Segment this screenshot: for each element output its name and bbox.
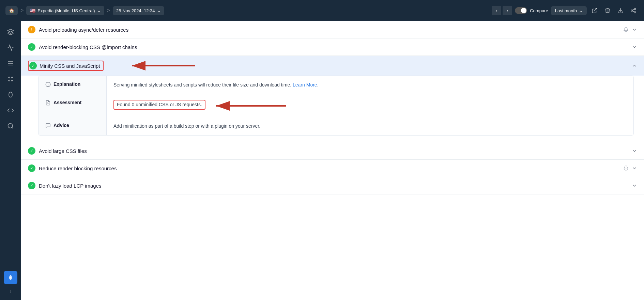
sidebar-expand-button[interactable]: › [4,286,17,296]
audit-item-minify: ✓ Minify CSS and JavaScript [21,56,644,142]
audit-controls-preload [623,27,637,33]
assessment-icon [45,100,51,107]
audit-header-large-css[interactable]: ✓ Avoid large CSS files [21,142,644,159]
svg-line-16 [12,127,13,129]
red-arrow-minify [127,59,195,73]
audit-title-render-blocking-css: Avoid render-blocking CSS @import chains [39,44,628,50]
home-icon: 🏠 [9,8,14,13]
sidebar-item-rocket[interactable] [4,271,17,284]
sidebar-item-layers[interactable] [4,25,17,39]
audit-header-preload[interactable]: ! Avoid preloading async/defer resources [21,21,644,38]
chevron-down-icon-preload [632,27,637,32]
date-selector-button[interactable]: 25 Nov 2024, 12:34 ⌄ [113,6,164,15]
site-flag-icon: 🇺🇸 [30,8,35,13]
toggle-knob [521,8,526,13]
audit-title-render-blocking: Reduce render blocking resources [39,165,619,171]
learn-more-period: . [317,82,319,88]
audit-header-render-blocking-css[interactable]: ✓ Avoid render-blocking CSS @import chai… [21,38,644,56]
share-icon [630,7,637,14]
audit-item-render-blocking: ✓ Reduce render blocking resources [21,160,644,177]
delete-icon [604,7,611,14]
compare-toggle-group: Compare [515,7,548,14]
details-row-advice: Advice Add minification as part of a bui… [39,117,633,135]
svg-point-11 [9,80,10,81]
status-icon-pass-render-blocking: ✓ [28,164,35,172]
audit-item-preload: ! Avoid preloading async/defer resources [21,21,644,38]
status-icon-warn: ! [28,26,35,33]
audit-controls-large-css [632,148,637,154]
breadcrumb-separator-1: > [20,7,24,14]
svg-line-6 [632,9,634,10]
download-icon [617,7,624,14]
advice-icon [45,123,51,129]
download-button[interactable] [615,6,626,15]
status-icon-pass-large-css: ✓ [28,147,35,155]
audit-item-lazy-load: ✓ Don't lazy load LCP images [21,177,644,194]
advice-text: Add minification as part of a build step… [113,123,260,129]
chevron-down-icon-large-css [632,148,637,154]
audit-item-render-blocking-css: ✓ Avoid render-blocking CSS @import chai… [21,38,644,56]
last-month-label: Last month [555,8,577,13]
flask-icon-preload [623,27,629,33]
svg-line-0 [594,8,597,11]
chevron-up-icon-minify [632,63,637,68]
assessment-label-cell: Assessment [39,94,107,117]
details-row-explanation: Explanation Serving minified stylesheets… [39,76,633,94]
next-arrow-button[interactable]: › [503,6,512,15]
status-icon-pass-1: ✓ [28,43,35,51]
svg-point-3 [631,10,633,12]
sidebar-bottom: › [4,271,17,296]
audit-header-minify[interactable]: ✓ Minify CSS and JavaScript [21,56,644,76]
sidebar-item-search[interactable] [4,119,17,133]
audit-details-minify: Explanation Serving minified stylesheets… [21,76,644,142]
site-selector-button[interactable]: 🇺🇸 Expedia (Mobile, US Central) ⌄ [26,6,104,15]
audit-header-lazy-load[interactable]: ✓ Don't lazy load LCP images [21,177,644,194]
svg-point-4 [634,12,636,13]
audit-controls-render-blocking [623,165,637,171]
main-layout: › ! Avoid preloading async/defer resourc… [0,21,644,300]
share-button[interactable] [628,6,639,15]
nav-arrows: ‹ › [492,6,512,15]
svg-point-12 [12,77,13,78]
audit-controls-render-blocking-css [632,44,637,50]
audit-header-render-blocking[interactable]: ✓ Reduce render blocking resources [21,160,644,177]
svg-point-15 [8,124,13,128]
sidebar-item-activity[interactable] [4,41,17,54]
prev-arrow-button[interactable]: ‹ [492,6,501,15]
export-button[interactable] [589,6,600,15]
date-label: 25 Nov 2024, 12:34 [116,8,155,13]
advice-value: Add minification as part of a build step… [107,117,633,135]
chevron-down-icon-render-blocking-css [632,44,637,50]
sidebar-item-menu[interactable] [4,57,17,70]
audit-title-minify: Minify CSS and JavaScript [40,63,100,69]
explanation-label: Explanation [53,81,80,87]
assessment-text-box: Found 0 unminified CSS or JS requests. [113,100,205,110]
sidebar: › [0,21,21,300]
last-month-chevron-icon: ⌄ [579,8,583,13]
audit-title-large-css: Avoid large CSS files [39,148,628,154]
sidebar-item-scatter[interactable] [4,72,17,86]
svg-line-5 [632,11,634,12]
top-navigation-bar: 🏠 > 🇺🇸 Expedia (Mobile, US Central) ⌄ > … [0,0,644,21]
delete-button[interactable] [602,6,613,15]
site-chevron-icon: ⌄ [97,8,101,13]
main-content: ! Avoid preloading async/defer resources… [21,21,644,300]
svg-point-2 [634,8,636,10]
home-button[interactable]: 🏠 [5,6,18,15]
audit-title-preload: Avoid preloading async/defer resources [39,27,619,33]
compare-toggle-switch[interactable] [515,7,527,14]
sidebar-item-bottle[interactable] [4,88,17,101]
compare-label: Compare [530,8,548,13]
status-icon-pass-minify: ✓ [29,62,37,69]
svg-point-13 [12,80,13,81]
chevron-down-icon-render-blocking [632,165,637,171]
flask-icon-render-blocking [623,165,629,171]
learn-more-link[interactable]: Learn More [293,82,317,88]
sidebar-item-code[interactable] [4,104,17,117]
last-month-button[interactable]: Last month ⌄ [551,6,587,15]
advice-label-cell: Advice [39,117,107,135]
explanation-text: Serving minified stylesheets and scripts… [113,82,291,88]
details-row-assessment: Assessment Found 0 unminified CSS or JS … [39,94,633,117]
minify-highlight-box: ✓ Minify CSS and JavaScript [28,61,104,71]
audit-controls-lazy-load [632,183,637,188]
